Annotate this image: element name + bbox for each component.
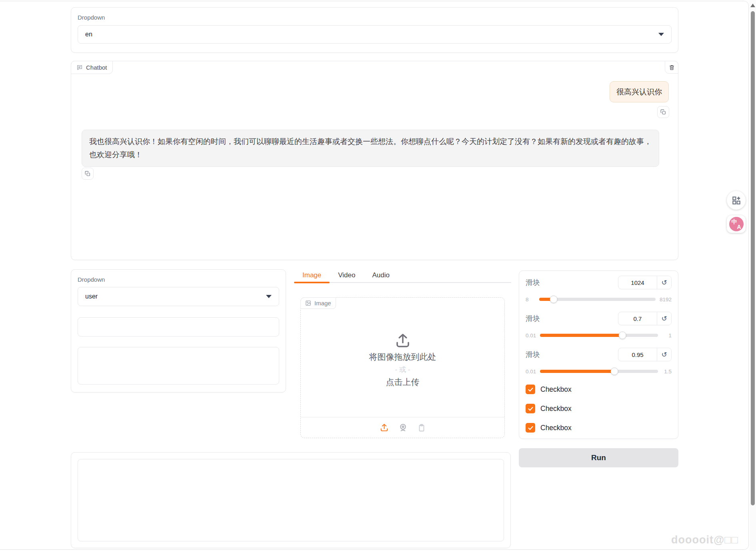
drop-here-text: 将图像拖放到此处 [369, 351, 436, 363]
slider-label: 滑块 [526, 350, 540, 359]
language-dropdown-label: Dropdown [78, 14, 672, 21]
checkbox-label: Checkbox [540, 405, 572, 413]
role-panel: Dropdown user [71, 269, 286, 393]
role-dropdown[interactable]: user [78, 287, 279, 306]
image-icon [305, 300, 311, 306]
check-icon [528, 387, 534, 393]
upload-source-button[interactable] [380, 423, 389, 432]
language-dropdown[interactable]: en [78, 25, 672, 44]
user-message-text: 很高兴认识你 [616, 88, 662, 96]
or-text: - 或 - [395, 365, 410, 374]
media-tabs: Image Video Audio [294, 270, 511, 283]
trash-icon [669, 64, 675, 70]
gradio-app: Dropdown en Chatbot 很高兴认识你 我也很高兴认 [0, 0, 756, 551]
role-dropdown-value: user [85, 293, 98, 300]
copy-icon [660, 109, 666, 115]
watermark: dooooit@□□ [671, 534, 738, 546]
reset-icon: ↺ [661, 279, 667, 287]
upload-icon [380, 423, 389, 432]
slider-label: 滑块 [526, 314, 540, 323]
clipboard-icon [417, 423, 426, 432]
image-upload-dropzone[interactable]: Image 将图像拖放到此处 - 或 - 点击上传 [300, 297, 505, 438]
reset-icon: ↺ [661, 315, 667, 323]
apps-sparkle-icon [731, 195, 742, 206]
checkbox-row-1[interactable]: Checkbox [526, 385, 672, 394]
language-dropdown-value: en [85, 31, 92, 38]
slider-track[interactable] [540, 370, 658, 373]
role-dropdown-label: Dropdown [78, 276, 279, 283]
run-button[interactable]: Run [519, 448, 678, 467]
slider-value-input[interactable]: 0.95 [618, 348, 657, 361]
page-scrollbar[interactable] [750, 0, 756, 551]
slider-value-input[interactable]: 1024 [618, 276, 657, 289]
slider-track[interactable] [540, 334, 658, 337]
tab-video[interactable]: Video [330, 270, 364, 282]
image-component-label-text: Image [314, 300, 331, 307]
tab-image[interactable]: Image [294, 270, 330, 282]
slider-reset-button[interactable]: ↺ [657, 312, 671, 325]
clear-chat-button[interactable] [665, 61, 678, 74]
bot-message: 我也很高兴认识你！如果你有空闲的时间，我们可以聊聊最近的生活趣事或者交换一些想法… [82, 130, 659, 167]
slider-number-group: 0.7 ↺ [618, 312, 672, 325]
click-to-upload-text: 点击上传 [386, 377, 420, 388]
clipboard-source-button[interactable] [417, 423, 426, 432]
slider-label: 滑块 [526, 278, 540, 287]
checkbox[interactable] [526, 385, 535, 394]
slider-top-p: 滑块 0.95 ↺ 0.01 1.5 [526, 348, 672, 375]
checkbox-label: Checkbox [540, 385, 572, 394]
chatbot-panel: Chatbot 很高兴认识你 我也很高兴认识你！如果你有空闲的时间，我们可以聊聊… [71, 61, 678, 260]
language-dropdown-panel: Dropdown en [71, 7, 678, 53]
textbox-1[interactable] [78, 317, 279, 337]
slider-reset-button[interactable]: ↺ [657, 348, 671, 361]
slider-number-group: 1024 ↺ [618, 276, 672, 289]
slider-min-label: 8 [526, 297, 535, 303]
output-textbox[interactable] [78, 459, 504, 541]
slider-max-label: 8192 [660, 297, 672, 303]
copy-user-message-button[interactable] [657, 106, 669, 118]
tab-audio[interactable]: Audio [364, 270, 398, 282]
slider-max-label: 1 [662, 333, 672, 339]
copy-icon [85, 171, 90, 176]
check-icon [528, 425, 534, 431]
output-textbox-panel [71, 452, 511, 548]
bot-message-text: 我也很高兴认识你！如果你有空闲的时间，我们可以聊聊最近的生活趣事或者交换一些想法… [89, 137, 652, 159]
check-icon [528, 406, 534, 412]
slider-temperature: 滑块 0.7 ↺ 0.01 1 [526, 312, 672, 339]
chatbot-label: Chatbot [71, 61, 113, 74]
slider-fill [540, 370, 614, 373]
textbox-2[interactable] [78, 347, 279, 385]
upload-icon [394, 332, 411, 349]
checkbox-label: Checkbox [540, 424, 572, 432]
scrollbar-up-arrow-icon[interactable] [750, 4, 755, 7]
slider-max-tokens: 滑块 1024 ↺ 8 8192 [526, 276, 672, 303]
chatbot-label-text: Chatbot [86, 64, 107, 71]
webcam-source-button[interactable] [398, 423, 408, 432]
slider-value-input[interactable]: 0.7 [618, 312, 657, 325]
slider-reset-button[interactable]: ↺ [657, 276, 671, 289]
checkbox-row-3[interactable]: Checkbox [526, 423, 672, 433]
reset-icon: ↺ [661, 351, 667, 359]
slider-min-label: 0.01 [526, 369, 536, 375]
webcam-icon [398, 423, 408, 432]
chevron-down-icon [658, 33, 664, 36]
upload-instructions: 将图像拖放到此处 - 或 - 点击上传 [301, 332, 504, 388]
slider-fill [540, 334, 622, 337]
slider-track[interactable] [539, 298, 656, 301]
extension-sidebar-button[interactable] [727, 191, 746, 210]
slider-handle[interactable] [550, 296, 558, 303]
slider-handle[interactable] [611, 368, 618, 375]
parameters-panel: 滑块 1024 ↺ 8 8192 滑块 0.7 ↺ [519, 270, 678, 439]
chat-bubble-icon [76, 64, 83, 71]
scrollbar-thumb[interactable] [751, 11, 755, 505]
copy-bot-message-button[interactable] [82, 168, 94, 180]
upload-source-toolbar [301, 417, 504, 438]
slider-handle[interactable] [618, 332, 626, 339]
translate-button[interactable]: 中 A [727, 215, 746, 233]
checkbox-row-2[interactable]: Checkbox [526, 404, 672, 413]
translate-icon: 中 A [729, 217, 744, 231]
slider-number-group: 0.95 ↺ [618, 348, 672, 361]
checkbox[interactable] [526, 404, 535, 413]
chevron-down-icon [266, 295, 272, 298]
slider-max-label: 1.5 [662, 369, 672, 375]
checkbox[interactable] [526, 423, 535, 433]
